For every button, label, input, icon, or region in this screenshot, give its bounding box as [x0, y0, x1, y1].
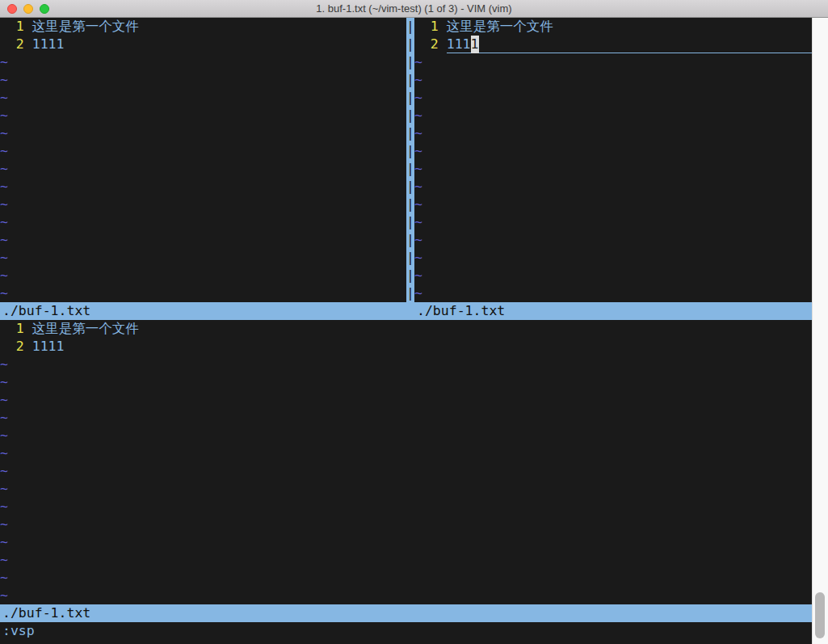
tilde-marker: ~ — [414, 267, 422, 284]
tilde-row: ~ — [0, 480, 812, 498]
tilde-marker: ~ — [0, 444, 8, 462]
tilde-marker: ~ — [0, 231, 8, 249]
tilde-marker: ~ — [0, 124, 8, 142]
tilde-marker: ~ — [0, 462, 8, 480]
tilde-marker: ~ — [0, 142, 8, 160]
tilde-row: ~ — [0, 373, 812, 391]
scrollbar[interactable] — [812, 18, 828, 644]
tilde-marker: ~ — [414, 231, 422, 249]
tilde-marker: ~ — [0, 587, 8, 604]
tilde-marker: ~ — [0, 249, 8, 267]
tilde-row: ~ — [414, 196, 812, 213]
tilde-marker: ~ — [0, 267, 8, 284]
line-number: 1 — [414, 18, 447, 36]
tilde-marker: ~ — [414, 160, 422, 178]
tilde-row: ~ — [0, 249, 406, 267]
buffer-line: 1 这里是第一个文件 — [414, 18, 812, 36]
scrollbar-thumb[interactable] — [815, 592, 825, 638]
tilde-marker: ~ — [0, 391, 8, 409]
minimize-button[interactable] — [23, 4, 33, 14]
split-bar-glyph: | — [406, 71, 414, 89]
tilde-marker: ~ — [0, 533, 8, 551]
vim-window-bottom[interactable]: 1 这里是第一个文件 2 1111~~~~~~~~~~~~~~ — [0, 320, 812, 604]
split-bar-glyph: | — [406, 107, 414, 124]
tilde-row: ~ — [414, 160, 812, 178]
tilde-row: ~ — [414, 231, 812, 249]
vim-screen: 1 这里是第一个文件 2 1111~~~~~~~~~~~~~~ ||||||||… — [0, 18, 828, 644]
tilde-row: ~ — [0, 533, 812, 551]
line-text: 这里是第一个文件 — [32, 18, 139, 36]
tilde-row: ~ — [0, 142, 406, 160]
line-number: 2 — [414, 36, 447, 53]
tilde-row: ~ — [0, 444, 812, 462]
tilde-marker: ~ — [414, 249, 422, 267]
tilde-marker: ~ — [0, 71, 8, 89]
tilde-marker: ~ — [414, 107, 422, 124]
tilde-row: ~ — [414, 142, 812, 160]
tilde-row: ~ — [0, 196, 406, 213]
buffer-line: 1 这里是第一个文件 — [0, 320, 812, 338]
tilde-row: ~ — [0, 391, 812, 409]
tilde-row: ~ — [414, 124, 812, 142]
vim-content: 1 这里是第一个文件 2 1111~~~~~~~~~~~~~~ ||||||||… — [0, 18, 812, 640]
command-line[interactable]: :vsp — [0, 622, 812, 640]
tilde-marker: ~ — [0, 427, 8, 444]
split-bar-glyph: | — [406, 89, 414, 107]
tilde-marker: ~ — [0, 196, 8, 213]
split-bar-glyph: | — [406, 267, 414, 284]
line-text: 这里是第一个文件 — [447, 18, 553, 36]
tilde-row: ~ — [414, 284, 812, 302]
tilde-marker: ~ — [414, 89, 422, 107]
buffer-line: 2 1111 — [0, 36, 406, 53]
tilde-marker: ~ — [414, 53, 422, 71]
tilde-row: ~ — [0, 107, 406, 124]
tilde-row: ~ — [0, 356, 812, 373]
tilde-row: ~ — [414, 89, 812, 107]
tilde-row: ~ — [414, 53, 812, 71]
macvim-window: 1. buf-1.txt (~/vim-test) (1 of 3) - VIM… — [0, 0, 828, 644]
tilde-marker: ~ — [414, 284, 422, 302]
tilde-row: ~ — [414, 267, 812, 284]
tilde-marker: ~ — [0, 569, 8, 587]
tilde-row: ~ — [414, 178, 812, 196]
split-bar-glyph: | — [406, 213, 414, 231]
tilde-row: ~ — [0, 498, 812, 516]
titlebar: 1. buf-1.txt (~/vim-test) (1 of 3) - VIM… — [0, 0, 828, 18]
vim-window-top-right[interactable]: 1 这里是第一个文件 2 1111~~~~~~~~~~~~~~ — [414, 18, 812, 302]
line-number: 1 — [0, 18, 32, 36]
tilde-row: ~ — [414, 107, 812, 124]
tilde-marker: ~ — [0, 498, 8, 516]
cursor: 1 — [471, 36, 479, 53]
window-title: 1. buf-1.txt (~/vim-test) (1 of 3) - VIM… — [0, 0, 828, 17]
status-filename-bottom: ./buf-1.txt — [2, 604, 90, 622]
tilde-marker: ~ — [414, 142, 422, 160]
tilde-row: ~ — [0, 587, 812, 604]
split-bar-glyph: | — [406, 124, 414, 142]
tilde-row: ~ — [0, 409, 812, 427]
cursorline-underline — [479, 36, 813, 53]
zoom-button[interactable] — [40, 4, 49, 14]
tilde-row: ~ — [414, 213, 812, 231]
tilde-row: ~ — [0, 231, 406, 249]
tilde-marker: ~ — [0, 213, 8, 231]
tilde-row: ~ — [0, 71, 406, 89]
tilde-row: ~ — [0, 213, 406, 231]
tilde-row: ~ — [0, 569, 812, 587]
tilde-row: ~ — [0, 551, 812, 569]
status-filename-top-left: ./buf-1.txt — [2, 302, 90, 320]
split-bar-glyph: | — [406, 36, 414, 53]
vim-window-top-left[interactable]: 1 这里是第一个文件 2 1111~~~~~~~~~~~~~~ — [0, 18, 406, 302]
buffer-line: 1 这里是第一个文件 — [0, 18, 406, 36]
tilde-row: ~ — [0, 427, 812, 444]
top-split-region: 1 这里是第一个文件 2 1111~~~~~~~~~~~~~~ ||||||||… — [0, 18, 812, 302]
split-bar-glyph: | — [406, 142, 414, 160]
split-bar-glyph: | — [406, 249, 414, 267]
tilde-row: ~ — [0, 178, 406, 196]
close-button[interactable] — [7, 4, 17, 14]
tilde-row: ~ — [0, 89, 406, 107]
tilde-marker: ~ — [0, 516, 8, 533]
split-bar-glyph: | — [406, 160, 414, 178]
vertical-split-separator[interactable]: |||||||||||||||| — [406, 18, 414, 302]
tilde-marker: ~ — [414, 178, 422, 196]
tilde-marker: ~ — [414, 71, 422, 89]
